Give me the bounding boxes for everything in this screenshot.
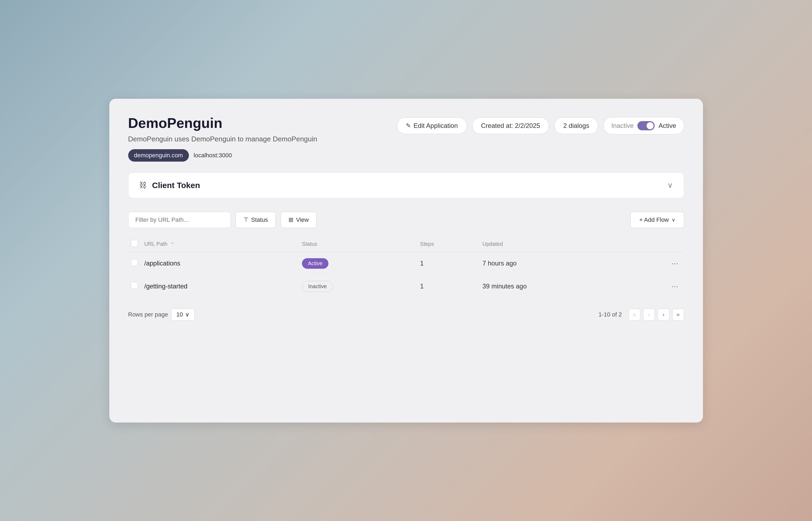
filter-input[interactable] xyxy=(128,212,231,228)
client-token-chevron-icon: ∨ xyxy=(667,181,673,190)
view-icon: ⊞ xyxy=(289,217,293,223)
col-status: Status xyxy=(302,236,420,252)
row-checkbox-1[interactable] xyxy=(131,282,138,289)
status-badge: Inactive xyxy=(302,281,333,292)
filter-icon: ⊤ xyxy=(243,217,249,223)
view-button-label: View xyxy=(296,217,309,223)
app-title: DemoPenguin xyxy=(128,115,317,131)
status-badge: Active xyxy=(302,258,329,269)
table-footer: Rows per page 10 ∨ 1-10 of 2 « ‹ › » xyxy=(128,309,684,320)
table-header-row: URL Path ⌃ Status Steps Updated xyxy=(128,236,684,252)
add-flow-button[interactable]: + Add Flow ∨ xyxy=(630,212,684,228)
col-checkbox xyxy=(128,236,144,252)
col-actions xyxy=(644,236,684,252)
status-filter-button[interactable]: ⊤ Status xyxy=(235,212,276,228)
tag-domain: demopenguin.com xyxy=(128,149,189,162)
toggle-active-label: Active xyxy=(658,122,676,130)
client-token-left: ⛓ Client Token xyxy=(139,181,200,190)
row-steps: 1 xyxy=(420,252,482,275)
row-updated: 7 hours ago xyxy=(482,252,644,275)
pagination-info: 1-10 of 2 xyxy=(599,311,622,318)
status-filter-label: Status xyxy=(251,217,268,223)
edit-application-button[interactable]: ✎ Edit Application xyxy=(397,117,467,134)
row-checkbox-0[interactable] xyxy=(131,259,138,266)
rows-select-chevron-icon: ∨ xyxy=(185,311,189,318)
row-actions-button[interactable]: ··· xyxy=(644,252,684,275)
rows-per-page-value: 10 xyxy=(176,311,183,318)
created-date: Created at: 2/2/2025 xyxy=(472,117,549,134)
first-page-button[interactable]: « xyxy=(629,309,640,320)
toolbar: ⊤ Status ⊞ View + Add Flow ∨ xyxy=(128,212,684,228)
header-right: ✎ Edit Application Created at: 2/2/2025 … xyxy=(397,117,684,134)
main-card: DemoPenguin DemoPenguin uses DemoPenguin… xyxy=(109,99,703,423)
status-toggle[interactable] xyxy=(637,121,655,130)
col-url-path: URL Path ⌃ xyxy=(144,236,302,252)
app-header: DemoPenguin DemoPenguin uses DemoPenguin… xyxy=(128,115,684,162)
row-steps: 1 xyxy=(420,275,482,298)
prev-page-button[interactable]: ‹ xyxy=(643,309,655,320)
row-updated: 39 minutes ago xyxy=(482,275,644,298)
row-status: Inactive xyxy=(302,275,420,298)
toggle-inactive-label: Inactive xyxy=(611,122,634,130)
status-toggle-container: Inactive Active xyxy=(603,117,684,134)
row-url-path: /applications xyxy=(144,252,302,275)
client-token-section[interactable]: ⛓ Client Token ∨ xyxy=(128,173,684,198)
row-checkbox-cell xyxy=(128,252,144,275)
rows-per-page-container: Rows per page 10 ∨ xyxy=(128,309,195,320)
app-description: DemoPenguin uses DemoPenguin to manage D… xyxy=(128,135,317,143)
client-token-title: Client Token xyxy=(152,181,200,190)
table-row: /getting-started Inactive 1 39 minutes a… xyxy=(128,275,684,298)
rows-per-page-label: Rows per page xyxy=(128,311,168,318)
edit-button-label: Edit Application xyxy=(413,122,458,130)
view-button[interactable]: ⊞ View xyxy=(281,212,317,228)
add-flow-chevron-icon: ∨ xyxy=(672,217,675,223)
tags-container: demopenguin.com localhost:3000 xyxy=(128,149,317,162)
row-checkbox-cell xyxy=(128,275,144,298)
col-steps: Steps xyxy=(420,236,482,252)
select-all-checkbox[interactable] xyxy=(131,240,138,247)
table-row: /applications Active 1 7 hours ago ··· xyxy=(128,252,684,275)
row-status: Active xyxy=(302,252,420,275)
col-updated: Updated xyxy=(482,236,644,252)
link-icon: ⛓ xyxy=(139,181,147,190)
row-url-path: /getting-started xyxy=(144,275,302,298)
add-flow-label: + Add Flow xyxy=(639,217,669,223)
flows-table: URL Path ⌃ Status Steps Updated xyxy=(128,236,684,298)
dialogs-button[interactable]: 2 dialogs xyxy=(554,117,598,134)
last-page-button[interactable]: » xyxy=(672,309,684,320)
next-page-button[interactable]: › xyxy=(658,309,670,320)
rows-per-page-select[interactable]: 10 ∨ xyxy=(171,309,194,320)
edit-icon: ✎ xyxy=(406,122,411,129)
header-left: DemoPenguin DemoPenguin uses DemoPenguin… xyxy=(128,115,317,162)
sort-icon[interactable]: ⌃ xyxy=(171,242,174,247)
row-actions-button[interactable]: ··· xyxy=(644,275,684,298)
pagination: 1-10 of 2 « ‹ › » xyxy=(599,309,684,320)
tag-localhost: localhost:3000 xyxy=(194,152,232,159)
